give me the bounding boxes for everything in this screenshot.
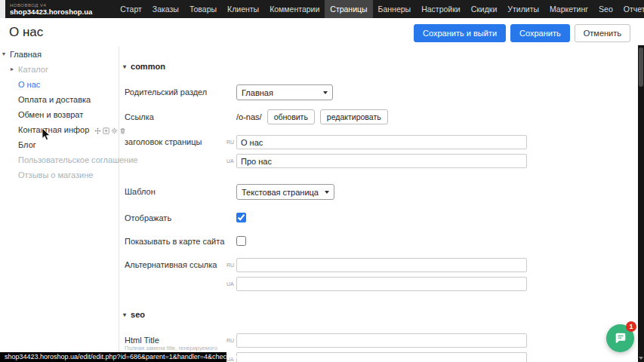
section-common-header[interactable]: ▾ common (123, 62, 165, 71)
menu-products[interactable]: Товары (184, 0, 222, 18)
link-row: Ссылка /o-nas/ обновить редактировать (120, 109, 638, 126)
header-buttons: Сохранить и выйти Сохранить Отменить (414, 24, 630, 42)
refresh-link-button[interactable]: обновить (267, 109, 315, 124)
menu-settings[interactable]: Настройки (416, 0, 466, 18)
menu-discounts[interactable]: Скидки (466, 0, 503, 18)
parent-section-row: Родительский раздел Главная (120, 84, 638, 101)
field-label: Ссылка (125, 112, 154, 121)
field-label: Html Title (125, 336, 159, 345)
menu-reports[interactable]: Отчеты (618, 0, 644, 18)
menu-banners[interactable]: Баннеры (373, 0, 417, 18)
sitemap-checkbox[interactable] (236, 236, 246, 246)
page-title-ua-row: UA (120, 153, 638, 170)
mouse-cursor (42, 128, 51, 145)
sidebar-item-payment-delivery[interactable]: Оплата и доставка (0, 92, 119, 107)
field-label: Показывать в карте сайта (125, 237, 224, 246)
field-label: Отображать (125, 213, 171, 222)
lang-ua-label: UA (226, 158, 234, 164)
display-checkbox[interactable] (236, 213, 246, 222)
chat-bubble-icon (614, 332, 627, 345)
page-header: О нас Сохранить и выйти Сохранить Отмени… (0, 18, 638, 47)
html-title-ru-input[interactable] (236, 333, 527, 348)
save-button[interactable]: Сохранить (510, 24, 570, 42)
page-title-ru-input[interactable] (236, 135, 527, 149)
move-icon[interactable] (94, 127, 101, 134)
menu-comments[interactable]: Комментарии (264, 0, 325, 18)
sidebar-item-catalog[interactable]: ▸ Каталог (0, 62, 119, 77)
section-title: seo (131, 310, 145, 319)
save-and-exit-button[interactable]: Сохранить и выйти (414, 24, 506, 42)
delete-trash-icon[interactable] (119, 127, 126, 134)
template-row: Шаблон Текстовая страница (120, 184, 638, 201)
sidebar-item-label: Оплата и доставка (18, 95, 91, 104)
sidebar-item-label: Контактная инфор (18, 125, 89, 134)
sitemap-row: Показывать в карте сайта (120, 234, 638, 250)
browser-status-url: shop34423.horoshop.ua/edit/edit.php?id=6… (0, 352, 226, 362)
menu-start[interactable]: Старт (115, 0, 147, 18)
logo[interactable]: НОВОВВОД V4 shop34423.horoshop.ua (10, 3, 92, 16)
alt-link-ua-input[interactable] (236, 277, 527, 291)
section-collapse-icon: ▾ (123, 311, 126, 318)
cancel-button[interactable]: Отменить (575, 24, 630, 42)
sidebar-item-label: Главная (10, 50, 42, 59)
expand-arrow-icon[interactable]: ▸ (11, 62, 14, 77)
alt-link-ua-row: UA (120, 276, 638, 293)
alt-link-ru-input[interactable] (236, 258, 527, 272)
link-value: /o-nas/ (236, 112, 262, 121)
section-collapse-icon: ▾ (123, 63, 126, 70)
menu-seo[interactable]: Seo (593, 0, 618, 18)
sidebar-item-home[interactable]: ▾ Главная (0, 47, 119, 62)
chat-widget-button[interactable]: 1 (606, 324, 634, 352)
sidebar-item-label: Пользовательское соглашение (18, 155, 137, 164)
parent-section-select[interactable]: Главная (236, 84, 333, 100)
vertical-scrollbar[interactable] (638, 45, 644, 362)
main-menu: Старт Заказы Товары Клиенты Комментарии … (115, 0, 644, 18)
sidebar-item-label: Каталог (18, 65, 48, 74)
logo-version-label: НОВОВВОД V4 (10, 3, 92, 8)
sidebar-item-store-reviews[interactable]: Отзывы о магазине (0, 167, 119, 183)
sidebar-item-label: О нас (18, 80, 40, 89)
chevron-down-icon (323, 91, 328, 94)
sidebar-item-exchange-return[interactable]: Обмен и возврат (0, 107, 119, 122)
settings-gear-icon[interactable] (111, 127, 118, 134)
logo-strip (0, 0, 5, 18)
sidebar-item-label: Блог (18, 140, 36, 149)
topbar: НОВОВВОД V4 shop34423.horoshop.ua Старт … (0, 0, 644, 18)
sidebar-item-label: Отзывы о магазине (18, 170, 93, 179)
lang-ru-label: RU (226, 262, 234, 268)
edit-link-button[interactable]: редактировать (320, 109, 388, 124)
chat-unread-badge: 1 (626, 321, 636, 332)
lang-ua-label: UA (226, 281, 234, 287)
lang-ru-label: RU (226, 338, 234, 343)
menu-utilities[interactable]: Утилиты (502, 0, 544, 18)
field-label: Шаблон (125, 187, 156, 196)
display-row: Отображать (120, 210, 638, 227)
page-title: О нас (9, 25, 43, 40)
menu-clients[interactable]: Клиенты (222, 0, 264, 18)
sidebar-item-user-agreement[interactable]: Пользовательское соглашение (0, 152, 119, 167)
section-title: common (131, 62, 165, 71)
add-page-icon[interactable] (103, 127, 109, 134)
page-title-ua-input[interactable] (236, 154, 527, 168)
field-label: Родительский раздел (125, 87, 207, 97)
sidebar-item-blog[interactable]: Блог (0, 137, 119, 152)
alt-link-ru-row: Альтернативная ссылка RU (120, 257, 638, 274)
collapse-arrow-icon[interactable]: ▾ (2, 47, 5, 62)
html-title-ru-row: Html Title Полная замена title, генериру… (120, 333, 638, 349)
html-title-ua-input[interactable] (236, 352, 527, 362)
page-edit-form: ▾ common Родительский раздел Главная Ссы… (120, 47, 638, 362)
scrollbar-thumb[interactable] (639, 48, 643, 87)
sidebar-item-about[interactable]: О нас (0, 77, 119, 92)
chevron-down-icon (325, 191, 329, 194)
select-value: Текстовая страница (242, 188, 319, 197)
field-label: заголовок страницы (125, 137, 202, 146)
field-hint: Полная замена title, генерируемого (125, 345, 217, 351)
menu-marketing[interactable]: Маркетинг (544, 0, 593, 18)
menu-orders[interactable]: Заказы (147, 0, 184, 18)
section-seo-header[interactable]: ▾ seo (123, 310, 145, 319)
template-select[interactable]: Текстовая страница (236, 184, 334, 200)
scroll-down-icon[interactable] (639, 357, 643, 360)
menu-pages[interactable]: Страницы (325, 0, 372, 18)
sidebar-item-label: Обмен и возврат (18, 110, 83, 119)
sidebar-item-contact-info[interactable]: Контактная инфор (0, 122, 119, 137)
